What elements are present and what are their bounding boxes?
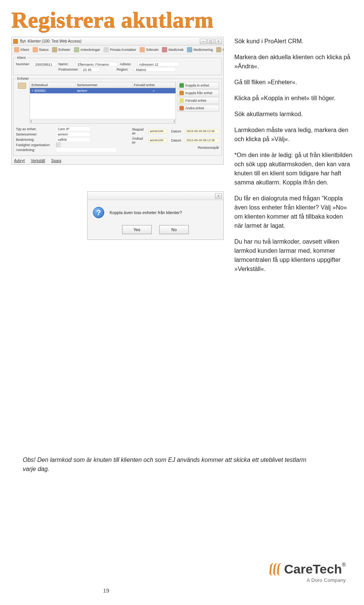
koppla-in-enhet-button[interactable]: Koppla in enhet xyxy=(177,82,219,89)
bottom-buttons: Avbryt Verkställ Spara xyxy=(12,157,223,164)
tab-medicinering[interactable]: Medicinering xyxy=(186,47,214,53)
namn-field[interactable]: Efternamn, Förnamn xyxy=(76,62,118,66)
trademark-icon: ® xyxy=(342,562,346,568)
postnummer-label: Postnummer: xyxy=(58,68,79,71)
fastighet-checkbox[interactable]: ✓ xyxy=(56,143,60,147)
beskr-field[interactable]: valfritt xyxy=(56,137,90,142)
tab-sokrutin[interactable]: Sökrutin xyxy=(138,47,160,53)
fastighet-label: Fastighet organisation: xyxy=(16,143,54,147)
enheter-details: Typ av enhet:Care IP Serienummer:serienr… xyxy=(16,126,219,153)
nummer-label: Nummer: xyxy=(16,62,31,66)
instruction-text: Sök akutlarmets larmkod. xyxy=(234,110,353,119)
brand-name: CareTech xyxy=(284,562,342,576)
anm-label: Anmärkning: xyxy=(16,148,54,152)
adress-field[interactable]: Adressen 12 xyxy=(137,62,179,66)
titlebar: Byt -Klienter (100: Test Web Access) — ▢… xyxy=(12,37,223,46)
instructions-column: Sök kund i ProAlert CRM. Markera den akt… xyxy=(234,37,353,280)
instruction-text: Gå till fliken »Enheter«. xyxy=(234,78,353,87)
klient-fieldset: Klient Nummer: 200038811 Namn: Efternamn… xyxy=(13,56,222,75)
forvald-enhet-button[interactable]: Förvald enhet xyxy=(177,97,219,104)
tab-ekonomisk[interactable]: Ekonomisk xyxy=(215,47,223,53)
tab-medicinsk[interactable]: Medicinsk xyxy=(161,47,185,53)
namn-label: Namn: xyxy=(58,62,74,66)
col-serienummer[interactable]: Serienummer xyxy=(75,82,132,88)
footer-logo: CareTech® A Doro Company xyxy=(270,562,346,583)
confirm-dialog: x ? Koppla även loss enheter från klient… xyxy=(87,191,224,240)
enheter-legend: Enheter xyxy=(16,77,30,80)
avbryt-button[interactable]: Avbryt xyxy=(14,159,25,163)
instruction-text: Klicka på »Koppla in enhet« till höger. xyxy=(234,94,353,103)
skapad-datum-field: 2013-05-28 08:13:36 xyxy=(185,129,219,134)
obs-note: Obs! Den larmkod som är knuten till klie… xyxy=(23,455,311,474)
region-label: Region: xyxy=(117,68,132,71)
instruction-text: Sök kund i ProAlert CRM. xyxy=(234,37,353,46)
caretech-waves-icon xyxy=(270,563,281,576)
tab-anteckningar[interactable]: Anteckningar xyxy=(73,47,102,53)
koppla-fran-enhet-button[interactable]: Koppla från enhet xyxy=(177,90,219,96)
device-icon xyxy=(18,83,26,89)
page-title: Registrera akutlarm xyxy=(0,0,364,37)
maximize-button[interactable]: ▢ xyxy=(207,39,214,44)
postnummer-field[interactable]: 23 45 xyxy=(81,67,100,72)
datum-label-1: Datum xyxy=(171,129,181,133)
enheter-table[interactable]: Enhetskod Serienummer Förvald enhet + 80… xyxy=(30,82,176,124)
scrollbar-h[interactable]: ⟨⟩ xyxy=(30,119,176,123)
dialog-message: Koppla även loss enheter från klienter? xyxy=(110,210,182,215)
serie-field[interactable]: serienr xyxy=(56,132,90,137)
revisionsspar-link[interactable]: Revisionsspår xyxy=(132,146,219,150)
minimize-button[interactable]: — xyxy=(200,39,207,44)
question-icon: ? xyxy=(93,207,104,218)
serie-label: Serienummer: xyxy=(16,132,54,136)
instruction-text: *Om den inte är ledig: gå ut från klient… xyxy=(234,151,353,187)
nummer-field[interactable]: 200038811 xyxy=(33,62,56,66)
top-toolbar: Klient Status Enheter Anteckningar Priva… xyxy=(12,46,223,54)
andra-enhet-button[interactable]: Ändra enhet xyxy=(177,105,219,112)
close-button[interactable]: x xyxy=(215,39,222,44)
instruction-text: Du har nu två larmkoder, oavsett vilken … xyxy=(234,237,353,274)
beskr-label: Beskrivning: xyxy=(16,138,54,142)
instruction-text: Larmkoden måste vara ledig, markera den … xyxy=(234,126,353,144)
tab-enheter[interactable]: Enheter xyxy=(51,47,72,53)
adress-label: Adress: xyxy=(120,62,135,66)
page-number: 19 xyxy=(0,587,212,594)
brand-subtitle: A Doro Company xyxy=(270,577,346,583)
instruction-text: Markera den aktuella klienten och klicka… xyxy=(234,53,353,71)
tab-status[interactable]: Status xyxy=(31,47,50,53)
col-enhetskod[interactable]: Enhetskod xyxy=(30,82,75,88)
dialog-close-button[interactable]: x xyxy=(215,193,222,199)
andrad-av-field: admin100 xyxy=(148,138,167,143)
typ-label: Typ av enhet: xyxy=(16,127,54,131)
enheter-fieldset: Enheter Enhetskod Serienummer Förvald en… xyxy=(13,77,222,156)
instruction-text: Du får en dialogruta med frågan "Koppla … xyxy=(234,194,353,230)
window-title: Byt -Klienter (100: Test Web Access) xyxy=(20,39,200,43)
app-icon xyxy=(13,39,18,44)
klient-legend: Klient xyxy=(16,56,27,60)
spara-button[interactable]: Spara xyxy=(51,159,61,163)
datum-label-2: Datum xyxy=(171,139,181,142)
col-forvald[interactable]: Förvald enhet xyxy=(132,82,176,88)
table-row[interactable]: + 800081 serienr xyxy=(30,88,176,93)
andrad-datum-field: 2013-05-28 08:12:38 xyxy=(185,138,219,143)
app-window: Byt -Klienter (100: Test Web Access) — ▢… xyxy=(11,37,224,165)
typ-field[interactable]: Care IP xyxy=(56,127,90,131)
verkstall-button[interactable]: Verkställ xyxy=(31,159,45,163)
skapad-av-label: Skapad av xyxy=(132,128,144,135)
no-button[interactable]: No xyxy=(159,225,189,234)
yes-button[interactable]: Yes xyxy=(122,225,152,234)
tab-privata-kontakter[interactable]: Privata Kontakter xyxy=(102,47,137,53)
tab-klient[interactable]: Klient xyxy=(13,47,30,53)
andrad-av-label: Ändrad av xyxy=(132,137,144,144)
skapad-av-field: admin100 xyxy=(148,129,167,134)
region-field[interactable]: Malmö xyxy=(134,67,176,72)
anmarkning-field[interactable] xyxy=(56,148,117,152)
